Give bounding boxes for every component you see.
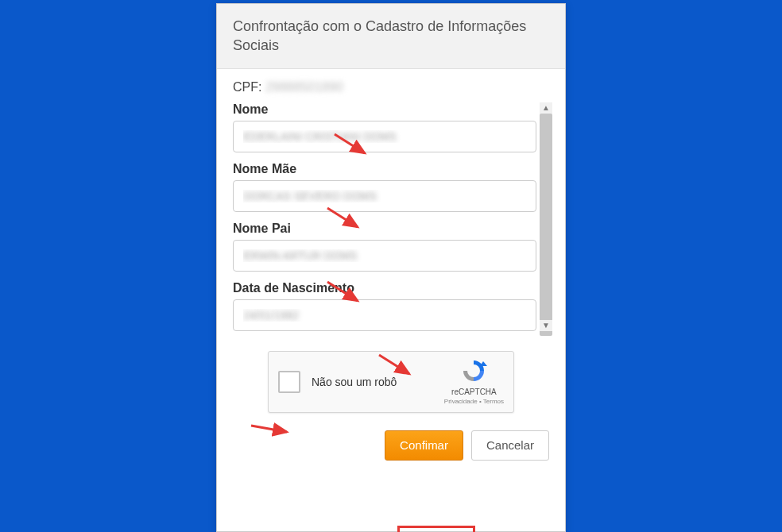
label-nome-mae: Nome Mãe (233, 162, 536, 176)
recaptcha-label: Não sou um robô (312, 376, 397, 388)
cpf-row: CPF: 29888501890 (233, 80, 549, 94)
label-nome: Nome (233, 102, 536, 117)
confirm-button[interactable]: Confimar (385, 430, 463, 461)
scroll-up-icon[interactable]: ▲ (540, 102, 552, 114)
modal-footer: Confimar Cancelar (233, 427, 549, 461)
field-nome-mae: Nome Mãe (233, 162, 536, 212)
modal-dialog: Confrontação com o Cadastro de Informaçõ… (216, 3, 566, 532)
cancel-button[interactable]: Cancelar (471, 430, 549, 461)
recaptcha-brand-text: reCAPTCHA (444, 387, 504, 397)
annotation-highlight-confirm (397, 526, 475, 532)
scroll-down-icon[interactable]: ▼ (540, 320, 552, 331)
field-nome: Nome (233, 102, 536, 152)
scrollbar[interactable]: ▲ ▼ (540, 102, 552, 331)
label-nome-pai: Nome Pai (233, 222, 536, 236)
cpf-label: CPF: (233, 80, 261, 94)
input-nome[interactable] (233, 121, 536, 152)
recaptcha-widget: Não sou um robô reCAPTCHA Privacidade • … (268, 351, 514, 413)
form-scroll-area: ▲ ▼ Nome Nome Mãe Nome Pai Data de Nasci… (233, 102, 549, 331)
modal-title: Confrontação com o Cadastro de Informaçõ… (217, 4, 565, 69)
field-nome-pai: Nome Pai (233, 222, 536, 272)
recaptcha-branding: reCAPTCHA Privacidade • Termos (444, 358, 504, 405)
recaptcha-icon (459, 358, 488, 384)
input-data-nascimento[interactable] (233, 299, 536, 331)
label-data-nascimento: Data de Nascimento (233, 281, 536, 295)
recaptcha-checkbox[interactable] (278, 371, 300, 393)
cpf-value: 29888501890 (265, 80, 343, 94)
recaptcha-legal[interactable]: Privacidade • Termos (444, 398, 504, 406)
scrollbar-thumb[interactable] (540, 114, 552, 336)
modal-body: CPF: 29888501890 ▲ ▼ Nome Nome Mãe Nome … (217, 69, 565, 473)
field-data-nascimento: Data de Nascimento (233, 281, 536, 331)
input-nome-pai[interactable] (233, 240, 536, 272)
input-nome-mae[interactable] (233, 180, 536, 212)
